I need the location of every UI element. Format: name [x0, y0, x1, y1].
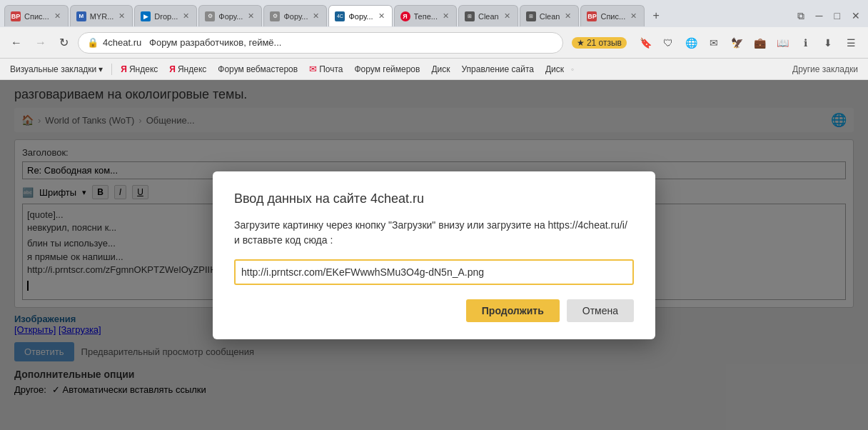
page-content: разговариваем на околоигровые темы. 🏠 › … [0, 80, 868, 430]
bookmark-yandex1[interactable]: Я Яндекс [116, 63, 162, 76]
bookmark-gamers[interactable]: Форум геймеров [350, 63, 424, 76]
tab-favicon-clean1: ⊞ [465, 11, 475, 21]
browser-chrome: BP Спис... ✕ M MYR... ✕ ▶ Drop... ✕ ⚙ Фо… [0, 0, 868, 80]
tab-close-clean1[interactable]: ✕ [503, 11, 512, 21]
tab-title-forum3: Фору... [348, 12, 373, 21]
tab-title-clean2: Clean [540, 12, 560, 21]
maximize-icon[interactable]: □ [831, 9, 844, 23]
tab-bar: BP Спис... ✕ M MYR... ✕ ▶ Drop... ✕ ⚙ Фо… [0, 0, 868, 27]
tab-title-myr: MYR... [90, 12, 114, 21]
new-tab-button[interactable]: + [646, 6, 666, 26]
close-window-icon[interactable]: ✕ [848, 9, 864, 23]
tab-drop[interactable]: ▶ Drop... ✕ [134, 5, 197, 26]
bookmark-visual-label: Визуальные закладки [10, 64, 96, 74]
bookmark-disk2[interactable]: Диск [541, 63, 568, 76]
address-input-field[interactable]: 🔒 4cheat.ru Форум разработчиков, геймё..… [78, 32, 563, 54]
bookmark-mail-label: Почта [319, 64, 343, 74]
tab-title-forum1: Фору... [218, 12, 243, 21]
tab-close-bp1[interactable]: ✕ [53, 11, 62, 21]
other-bookmarks[interactable]: Другие закладки [788, 63, 862, 76]
bookmark-disk1[interactable]: Диск [427, 63, 454, 76]
tab-favicon-bp2: BP [587, 11, 597, 21]
bookmark-mail[interactable]: ✉ Почта [305, 62, 347, 76]
refresh-button[interactable]: ↻ [56, 34, 72, 51]
tab-favicon-forum2: ⚙ [270, 11, 280, 21]
menu-icon[interactable]: ☰ [841, 33, 861, 53]
bookmark-webmaster-label: Форум вебмастеров [218, 64, 298, 74]
tab-close-clean2[interactable]: ✕ [563, 11, 572, 21]
tab-clean2[interactable]: ⊞ Clean ✕ [520, 5, 580, 26]
bookmark-webmaster[interactable]: Форум вебмастеров [213, 63, 302, 76]
tab-yandex[interactable]: Я Тепе... ✕ [394, 5, 457, 26]
bookmark-management-label: Управление сайта [462, 64, 534, 74]
bookmark-yandex2[interactable]: Я Яндекс [165, 63, 211, 76]
window-controls: ⧉ ─ □ ✕ [794, 9, 864, 24]
tab-favicon-drop: ▶ [141, 11, 151, 21]
bookmarks-overflow: ◦ [571, 64, 574, 74]
tab-favicon-forum3: 4C [335, 11, 345, 21]
mail-bm-icon: ✉ [309, 64, 317, 74]
tab-bp1[interactable]: BP Спис... ✕ [4, 5, 69, 26]
tab-clean1[interactable]: ⊞ Clean ✕ [458, 5, 518, 26]
mail-icon[interactable]: ✉ [704, 33, 724, 53]
bookmark-visual-arrow: ▾ [99, 64, 103, 74]
bookmark-sep-1 [111, 64, 112, 75]
tab-myr[interactable]: M MYR... ✕ [70, 5, 133, 26]
modal-buttons: Продолжить Отмена [234, 299, 634, 322]
bird-icon[interactable]: 🦅 [727, 33, 747, 53]
bookmark-yandex1-label: Яндекс [129, 64, 158, 74]
lock-icon: 🔒 [87, 37, 99, 48]
tab-title-forum2: Фору... [283, 12, 308, 21]
bookmark-management[interactable]: Управление сайта [458, 63, 538, 76]
download-icon[interactable]: ⬇ [818, 33, 838, 53]
bookmark-visual[interactable]: Визуальные закладки ▾ [6, 63, 107, 76]
bookmark-icon[interactable]: 🔖 [635, 33, 655, 53]
modal-confirm-button[interactable]: Продолжить [466, 299, 560, 322]
modal-cancel-button[interactable]: Отмена [567, 299, 634, 322]
tab-favicon-yandex: Я [400, 11, 410, 21]
tab-close-yandex[interactable]: ✕ [441, 11, 450, 21]
tab-forum2[interactable]: ⚙ Фору... ✕ [263, 5, 327, 26]
tab-title-yandex: Тепе... [414, 12, 438, 21]
forward-button[interactable]: → [31, 34, 50, 51]
bookmark-yandex2-label: Яндекс [178, 64, 206, 74]
modal-url-input[interactable] [238, 262, 630, 282]
tab-title-bp1: Спис... [24, 12, 49, 21]
modal-description: Загрузите картинку через кнопку "Загрузк… [234, 218, 634, 248]
bookmarks-bar: Визуальные закладки ▾ Я Яндекс Я Яндекс … [0, 59, 868, 80]
tab-title-clean1: Clean [478, 12, 499, 21]
tab-close-forum2[interactable]: ✕ [311, 11, 321, 21]
tab-close-bp2[interactable]: ✕ [629, 11, 638, 21]
restore-icon[interactable]: ⧉ [794, 9, 808, 24]
address-bar: ← → ↻ 🔒 4cheat.ru Форум разработчиков, г… [0, 27, 868, 59]
tab-close-myr[interactable]: ✕ [117, 11, 126, 21]
modal-input-wrapper [234, 259, 634, 285]
bookmark-disk1-label: Диск [431, 64, 450, 74]
tab-forum3-active[interactable]: 4C Фору... ✕ [328, 5, 392, 26]
modal-overlay: Ввод данных на сайте 4cheat.ru Загрузите… [0, 80, 868, 430]
modal-dialog: Ввод данных на сайте 4cheat.ru Загрузите… [213, 171, 655, 339]
info-icon[interactable]: ℹ [795, 33, 815, 53]
shield-icon[interactable]: 🛡 [658, 33, 678, 53]
reader-icon: 📖 [772, 33, 792, 53]
address-domain: 4cheat.ru Форум разработчиков, геймё... [103, 37, 281, 48]
tab-forum1[interactable]: ⚙ Фору... ✕ [198, 5, 262, 26]
wallet-icon[interactable]: 💼 [750, 33, 769, 53]
tab-favicon-bp1: BP [11, 11, 21, 21]
bookmark-disk2-label: Диск [545, 64, 564, 74]
review-badge[interactable]: ★ 21 отзыв [572, 37, 627, 49]
tab-favicon-myr: M [76, 11, 86, 21]
tab-favicon-forum1: ⚙ [205, 11, 215, 21]
bookmark-gamers-label: Форум геймеров [354, 64, 420, 74]
toolbar-icons: 🔖 🛡 🌐 ✉ 🦅 💼 📖 ℹ ⬇ ☰ [635, 33, 861, 53]
tab-close-forum3[interactable]: ✕ [377, 11, 386, 21]
translate-icon[interactable]: 🌐 [681, 33, 701, 53]
tab-title-bp2: Спис... [600, 12, 625, 21]
tab-title-drop: Drop... [154, 12, 178, 21]
tab-bp2[interactable]: BP Спис... ✕ [580, 5, 645, 26]
tab-close-drop[interactable]: ✕ [181, 11, 191, 21]
tab-close-forum1[interactable]: ✕ [246, 11, 256, 21]
back-button[interactable]: ← [7, 34, 26, 51]
minimize-icon[interactable]: ─ [812, 9, 827, 23]
yandex-logo: Я [121, 64, 127, 74]
